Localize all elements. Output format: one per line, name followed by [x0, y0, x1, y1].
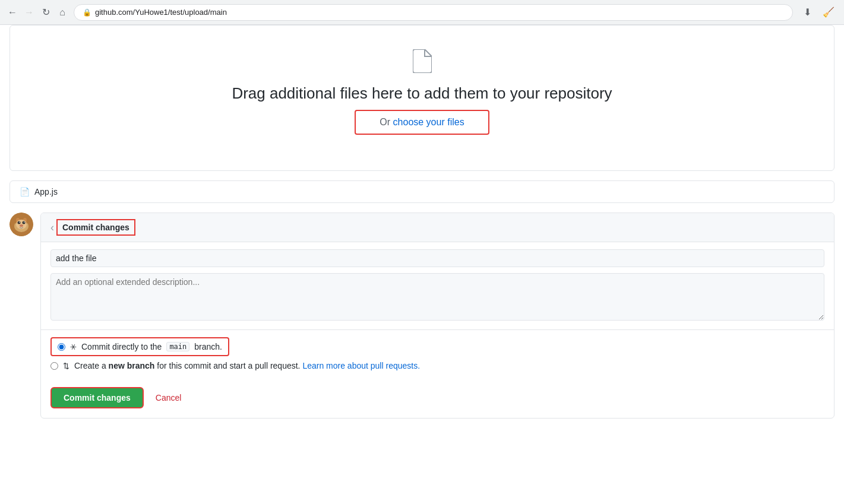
commit-section: ‹ Commit changes ⚹ Commit directly to th…: [10, 213, 834, 419]
commit-direct-option: ⚹ Commit directly to the main branch.: [50, 337, 824, 356]
commit-changes-button[interactable]: Commit changes: [50, 387, 144, 408]
file-doc-icon: 📄: [20, 187, 30, 196]
svg-point-10: [24, 221, 25, 223]
svg-point-7: [18, 221, 21, 224]
cancel-button[interactable]: Cancel: [150, 389, 188, 406]
browser-action-buttons: ⬇ 🧹: [799, 4, 837, 21]
commit-pr-radio[interactable]: [50, 362, 58, 370]
learn-more-link[interactable]: Learn more about pull requests.: [302, 361, 420, 370]
chevron-left-icon[interactable]: ‹: [50, 221, 54, 234]
commit-direct-label: Commit directly to the: [81, 342, 162, 351]
file-list-section: 📄 App.js: [10, 180, 834, 203]
avatar: [10, 213, 33, 236]
commit-form: ‹ Commit changes ⚹ Commit directly to th…: [40, 213, 834, 419]
commit-description-textarea[interactable]: [50, 273, 824, 321]
svg-point-9: [19, 221, 20, 223]
action-buttons: Commit changes Cancel: [41, 378, 834, 418]
reload-button[interactable]: ↻: [40, 7, 51, 18]
radio-section: ⚹ Commit directly to the main branch. ⇅ …: [41, 329, 834, 378]
commit-form-header: ‹ Commit changes: [41, 213, 834, 242]
back-button[interactable]: ←: [7, 7, 18, 18]
commit-direct-suffix: branch.: [194, 342, 222, 351]
svg-point-8: [23, 221, 26, 224]
url-text: github.com/YuHowe1/test/upload/main: [95, 8, 227, 17]
branch-badge: main: [166, 342, 189, 351]
download-page-button[interactable]: ⬇: [799, 4, 815, 21]
browser-chrome: ← → ↻ ⌂ 🔒 github.com/YuHowe1/test/upload…: [0, 0, 844, 25]
commit-pr-label: Create a new branch for this commit and …: [74, 361, 420, 370]
page-content: Drag additional files here to add them t…: [0, 25, 844, 504]
forward-button[interactable]: →: [24, 7, 34, 18]
new-branch-label: new branch: [109, 361, 155, 370]
commit-changes-title: Commit changes: [56, 219, 135, 236]
svg-point-11: [20, 224, 23, 227]
upload-dropzone[interactable]: Drag additional files here to add them t…: [10, 25, 834, 171]
url-bar[interactable]: 🔒 github.com/YuHowe1/test/upload/main: [74, 4, 793, 21]
lock-icon: 🔒: [83, 8, 91, 17]
commit-direct-radio-box: ⚹ Commit directly to the main branch.: [50, 337, 229, 356]
file-icon: [413, 49, 432, 75]
avatar-image: [10, 213, 33, 236]
commit-form-body: [41, 242, 834, 329]
choose-files-box[interactable]: Or choose your files: [355, 110, 489, 135]
commit-pr-option: ⇅ Create a new branch for this commit an…: [50, 361, 824, 370]
drag-title: Drag additional files here to add them t…: [232, 84, 612, 103]
key-icon: ⚹: [70, 342, 77, 351]
file-name: App.js: [34, 187, 58, 196]
pr-icon: ⇅: [63, 362, 69, 370]
extension-button[interactable]: 🧹: [820, 4, 837, 21]
file-item: 📄 App.js: [10, 181, 834, 202]
home-button[interactable]: ⌂: [57, 7, 68, 18]
commit-summary-input[interactable]: [50, 249, 824, 267]
choose-files-text: Or choose your files: [380, 117, 464, 127]
commit-direct-radio[interactable]: [58, 343, 65, 351]
choose-files-link[interactable]: choose your files: [393, 117, 464, 127]
